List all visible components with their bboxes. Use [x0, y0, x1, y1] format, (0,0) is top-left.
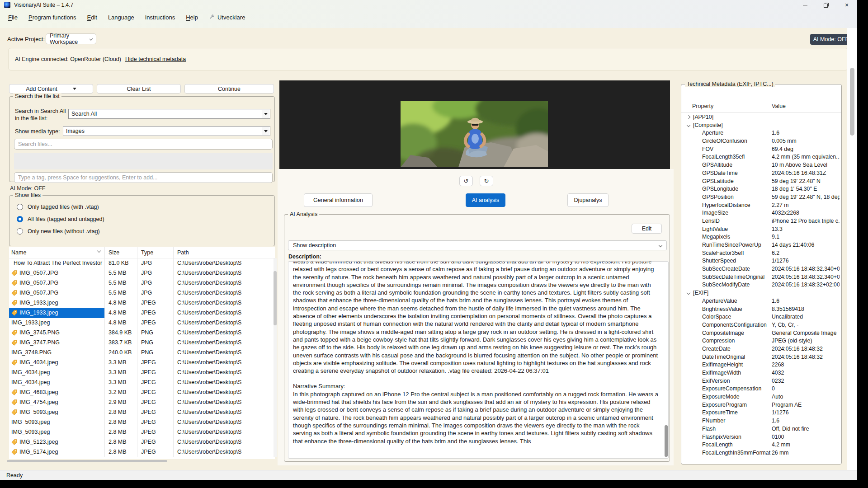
- show-description-select[interactable]: Show description: [288, 240, 667, 250]
- menu-item-utvecklare[interactable]: Utvecklare: [203, 12, 250, 23]
- metadata-row[interactable]: ShutterSpeed1/1276: [681, 257, 841, 265]
- combo-arrow-icon[interactable]: [262, 127, 269, 135]
- table-row[interactable]: How To Attract The Perfect Investor To .…: [9, 258, 275, 268]
- table-row[interactable]: IMG_5093.jpeg2.8 MBJPEGC:\Users\rober\De…: [9, 418, 275, 427]
- tab-djupanalys[interactable]: Djupanalys: [567, 193, 609, 207]
- metadata-row[interactable]: ExifVersion0232: [681, 377, 841, 385]
- continue-button[interactable]: Continue: [184, 84, 274, 94]
- metadata-row[interactable]: FocalLengthIn35mmFormat26 mm: [681, 449, 841, 457]
- table-row[interactable]: IMG_4034.jpeg3.3 MBJPEGC:\Users\rober\De…: [9, 358, 275, 368]
- active-project-select[interactable]: Primary Workspace: [46, 33, 96, 44]
- metadata-row[interactable]: RunTimeSincePowerUp14 days 21:40:06: [681, 241, 841, 249]
- metadata-row[interactable]: Aperture1.6: [681, 129, 841, 137]
- tab-general-information[interactable]: General information: [304, 193, 373, 207]
- radio-option-only-new-files-without-vtag[interactable]: Only new files (without .vtag): [17, 228, 100, 235]
- radio-option-all-files-tagged-and-untagged[interactable]: All files (tagged and untagged): [17, 216, 104, 222]
- menu-item-file[interactable]: File: [3, 12, 23, 23]
- metadata-row[interactable]: FlashOff, Did not fire: [681, 425, 841, 433]
- description-scrollbar-thumb[interactable]: [665, 425, 668, 457]
- metadata-row[interactable]: FNumber1.6: [681, 417, 841, 425]
- column-header-name[interactable]: Name: [11, 249, 26, 256]
- table-row[interactable]: IMG_4034.jpeg3.3 MBJPEGC:\Users\rober\De…: [9, 378, 275, 388]
- file-list-hscrollbar-thumb[interactable]: [7, 460, 167, 462]
- metadata-row[interactable]: CompositeImageGeneral Composite Image: [681, 329, 841, 338]
- table-row[interactable]: IMG_1933.jpeg4.8 MBJPEGC:\Users\rober\De…: [9, 298, 275, 308]
- metadata-row[interactable]: ExifImageHeight2268: [681, 361, 841, 369]
- menu-item-instructions[interactable]: Instructions: [140, 12, 180, 23]
- edit-button[interactable]: Edit: [632, 224, 662, 234]
- table-row[interactable]: IMG_1933.jpeg4.8 MBJPEGC:\Users\rober\De…: [9, 308, 275, 318]
- metadata-row[interactable]: LightValue13.3: [681, 225, 841, 234]
- radio-icon[interactable]: [17, 228, 23, 235]
- search-files-input[interactable]: [14, 139, 273, 150]
- metadata-row[interactable]: ApertureValue1.6: [681, 297, 841, 305]
- metadata-row[interactable]: CreateDate2024:05:16 18:48:32: [681, 345, 841, 353]
- minimize-button[interactable]: [795, 0, 816, 10]
- metadata-column-property[interactable]: Property: [692, 103, 713, 109]
- radio-icon[interactable]: [17, 216, 23, 222]
- radio-icon[interactable]: [17, 204, 23, 210]
- metadata-row[interactable]: FlashpixVersion0100: [681, 433, 841, 441]
- table-row[interactable]: IMG_0507.JPG5.5 MBJPGC:\Users\rober\Desk…: [9, 288, 275, 298]
- table-row[interactable]: IMG_0507.JPG5.5 MBJPGC:\Users\rober\Desk…: [9, 268, 275, 278]
- chevron-right-icon[interactable]: [687, 115, 690, 119]
- radio-option-only-tagged-files-with-vtag[interactable]: Only tagged files (with .vtag): [17, 204, 99, 210]
- column-header-type[interactable]: Type: [141, 249, 153, 256]
- rotate-right-button[interactable]: ↻: [480, 176, 493, 186]
- table-row[interactable]: IMG_0507.JPG5.5 MBJPGC:\Users\rober\Desk…: [9, 278, 275, 288]
- metadata-row[interactable]: GPSAltitude10 m Above Sea Level: [681, 161, 841, 169]
- metadata-row[interactable]: FocalLength4.2 mm: [681, 441, 841, 449]
- metadata-row[interactable]: FocalLength35efl4.2 mm (35 mm equivalen.…: [681, 153, 841, 161]
- table-row[interactable]: IMG_5174.jpeg2.8 MBJPEGC:\Users\rober\De…: [9, 447, 275, 457]
- metadata-row[interactable]: FOV69.4 deg: [681, 145, 841, 154]
- metadata-row[interactable]: SubSecDateTimeOriginal2024:05:16 18:48:3…: [681, 273, 841, 282]
- rotate-left-button[interactable]: ↺: [459, 176, 473, 186]
- metadata-row[interactable]: ExposureProgramProgram AE: [681, 401, 841, 409]
- add-content-button[interactable]: Add Content: [9, 84, 93, 94]
- table-row[interactable]: IMG_4754.jpeg2.9 MBJPEGC:\Users\rober\De…: [9, 398, 275, 408]
- table-row[interactable]: IMG_3748.PNG240.0 KBPNGC:\Users\rober\De…: [9, 348, 275, 358]
- metadata-row[interactable]: GPSLatitude59 deg 19' 22.48" N: [681, 178, 841, 186]
- tab-ai-analysis[interactable]: AI analysis: [466, 193, 505, 207]
- menu-item-language[interactable]: Language: [103, 12, 140, 23]
- table-row[interactable]: IMG_4683.jpeg3.2 MBJPEGC:\Users\rober\De…: [9, 388, 275, 398]
- close-button[interactable]: ×: [836, 0, 857, 10]
- search-in-select[interactable]: Search All: [68, 109, 270, 119]
- metadata-row[interactable]: ExposureCompensation0: [681, 385, 841, 393]
- chevron-down-icon[interactable]: [687, 291, 690, 295]
- metadata-row[interactable]: [APP10]: [681, 113, 841, 122]
- tag-input[interactable]: [14, 172, 273, 183]
- table-row[interactable]: IMG_3745.PNG384.9 KBPNGC:\Users\rober\De…: [9, 328, 275, 338]
- table-row[interactable]: IMG_5093.jpeg2.8 MBJPEGC:\Users\rober\De…: [9, 408, 275, 418]
- metadata-row[interactable]: ImageSize4032x2268: [681, 209, 841, 217]
- chevron-down-icon[interactable]: [687, 123, 690, 127]
- metadata-row[interactable]: HyperfocalDistance2.27 m: [681, 202, 841, 210]
- combo-arrow-icon[interactable]: [262, 110, 269, 118]
- metadata-row[interactable]: LensIDiPhone 12 Pro back triple c...: [681, 217, 841, 225]
- metadata-row[interactable]: ColorSpaceUncalibrated: [681, 313, 841, 321]
- clear-list-button[interactable]: Clear List: [97, 84, 181, 94]
- column-header-size[interactable]: Size: [108, 249, 119, 256]
- metadata-column-value[interactable]: Value: [772, 103, 786, 109]
- menu-item-program-functions[interactable]: Program functions: [23, 12, 82, 23]
- maximize-button[interactable]: [816, 0, 836, 10]
- metadata-row[interactable]: ExifImageWidth4032: [681, 369, 841, 377]
- metadata-row[interactable]: GPSDateTime2024:05:16 16:48:31Z: [681, 169, 841, 178]
- table-row[interactable]: IMG_4034.jpeg3.3 MBJPEGC:\Users\rober\De…: [9, 368, 275, 378]
- media-type-select[interactable]: Images: [63, 126, 270, 136]
- metadata-row[interactable]: ScaleFactor35efl6.2: [681, 249, 841, 258]
- metadata-row[interactable]: SubSecModifyDate2024:05:16 18:48:32+02:0…: [681, 281, 841, 289]
- metadata-row[interactable]: DateTimeOriginal2024:05:16 18:48:32: [681, 353, 841, 361]
- table-row[interactable]: IMG_5093.jpeg2.8 MBJPEGC:\Users\rober\De…: [9, 427, 275, 437]
- metadata-row[interactable]: Megapixels9.1: [681, 233, 841, 241]
- metadata-row[interactable]: SubSecCreateDate2024:05:16 18:48:32.340+…: [681, 265, 841, 273]
- file-list-scrollbar-thumb[interactable]: [274, 271, 277, 325]
- table-row[interactable]: IMG_5123.jpeg2.8 MBJPEGC:\Users\rober\De…: [9, 437, 275, 447]
- metadata-row[interactable]: BrightnessValue8.351569418: [681, 305, 841, 314]
- metadata-row[interactable]: ExposureTime1/1276: [681, 409, 841, 417]
- metadata-row[interactable]: GPSLongitude18 deg 1' 54.30" E: [681, 185, 841, 193]
- table-row[interactable]: IMG_3747.PNG383.7 KBPNGC:\Users\rober\De…: [9, 338, 275, 348]
- metadata-row[interactable]: CircleOfConfusion0.005 mm: [681, 137, 841, 145]
- window-scrollbar-thumb[interactable]: [850, 68, 854, 136]
- metadata-row[interactable]: ComponentsConfigurationY, Cb, Cr, -: [681, 321, 841, 329]
